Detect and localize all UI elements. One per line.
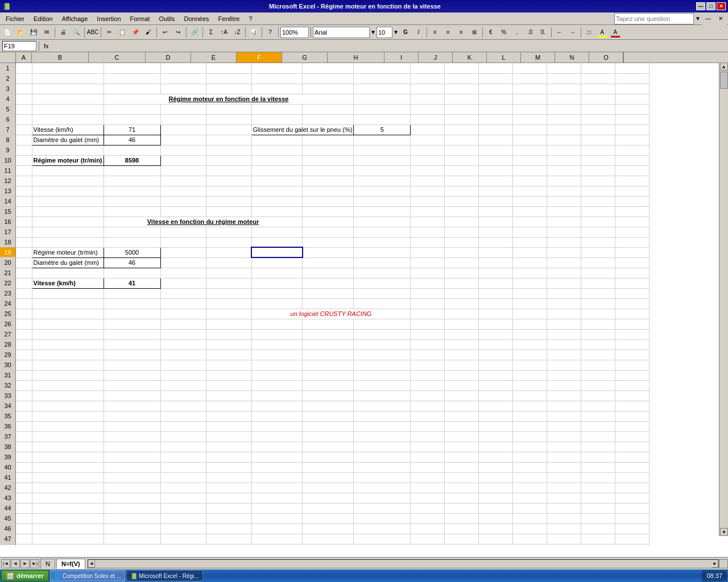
cell-K10[interactable] xyxy=(479,155,513,165)
percent-format[interactable]: % xyxy=(498,26,510,39)
cell-L36[interactable] xyxy=(513,421,547,431)
cell-O43[interactable] xyxy=(615,493,650,503)
cell-C17[interactable] xyxy=(104,227,160,237)
cell-E33[interactable] xyxy=(206,390,251,401)
cell-L44[interactable] xyxy=(513,503,547,513)
cell-G6[interactable] xyxy=(303,114,354,124)
cell-N40[interactable] xyxy=(581,462,615,472)
cell-I40[interactable] xyxy=(411,462,445,472)
cell-G17[interactable] xyxy=(303,227,354,237)
cell-B3[interactable] xyxy=(32,84,104,94)
cell-G16[interactable] xyxy=(303,217,354,227)
cell-N42[interactable] xyxy=(581,483,615,493)
cell-I15[interactable] xyxy=(411,206,445,217)
cell-A29[interactable] xyxy=(16,350,32,360)
cell-C30[interactable] xyxy=(104,360,160,370)
cell-I38[interactable] xyxy=(411,442,445,452)
help-window-minimize[interactable]: — xyxy=(702,13,714,25)
decrease-indent[interactable]: ← xyxy=(553,26,566,39)
cell-C11[interactable] xyxy=(104,165,160,176)
cell-I13[interactable] xyxy=(411,186,445,196)
cell-K16[interactable] xyxy=(479,217,513,227)
cell-C40[interactable] xyxy=(104,462,160,472)
cell-D38[interactable] xyxy=(160,442,206,452)
cell-N39[interactable] xyxy=(581,452,615,462)
cell-O22[interactable] xyxy=(615,278,650,288)
font-size-dropdown[interactable]: ▼ xyxy=(393,29,399,35)
cell-A6[interactable] xyxy=(16,114,32,124)
cell-A8[interactable] xyxy=(16,135,32,145)
cell-A3[interactable] xyxy=(16,84,32,94)
row-num-36[interactable]: 36 xyxy=(0,421,15,431)
col-header-n[interactable]: N xyxy=(555,52,589,63)
cell-E26[interactable] xyxy=(206,319,251,329)
cell-G27[interactable] xyxy=(303,329,354,339)
cell-A19[interactable] xyxy=(16,247,32,257)
cell-H34[interactable] xyxy=(354,401,411,411)
cell-G14[interactable] xyxy=(303,196,354,206)
cell-M9[interactable] xyxy=(547,145,581,155)
cell-A31[interactable] xyxy=(16,370,32,380)
cell-K3[interactable] xyxy=(479,84,513,94)
row-num-38[interactable]: 38 xyxy=(0,442,15,452)
cell-B24[interactable] xyxy=(32,298,104,309)
cell-C22[interactable]: 41 xyxy=(104,278,160,288)
cell-I41[interactable] xyxy=(411,472,445,483)
help-window-close[interactable]: ✕ xyxy=(714,13,727,25)
cell-O3[interactable] xyxy=(615,84,650,94)
cell-M35[interactable] xyxy=(547,411,581,421)
cell-N8[interactable] xyxy=(581,135,615,145)
cell-N18[interactable] xyxy=(581,237,615,247)
font-color-button[interactable]: A xyxy=(609,26,622,39)
cell-M20[interactable] xyxy=(547,257,581,268)
cell-M34[interactable] xyxy=(547,401,581,411)
cell-A42[interactable] xyxy=(16,483,32,493)
cell-O7[interactable] xyxy=(615,124,650,135)
row-num-25[interactable]: 25 xyxy=(0,309,15,319)
font-name-input[interactable] xyxy=(313,27,370,38)
cell-A27[interactable] xyxy=(16,329,32,339)
cell-I44[interactable] xyxy=(411,503,445,513)
row-num-44[interactable]: 44 xyxy=(0,503,15,513)
cell-M43[interactable] xyxy=(547,493,581,503)
cell-A22[interactable] xyxy=(16,278,32,288)
cell-F43[interactable] xyxy=(251,493,303,503)
cell-J31[interactable] xyxy=(445,370,479,380)
redo-button[interactable]: ↪ xyxy=(172,26,184,39)
cell-C15[interactable] xyxy=(104,206,160,217)
cell-G12[interactable] xyxy=(303,176,354,186)
row-num-18[interactable]: 18 xyxy=(0,237,15,247)
cell-O16[interactable] xyxy=(615,217,650,227)
cell-F32[interactable] xyxy=(251,380,303,390)
cell-B11[interactable] xyxy=(32,165,104,176)
cell-J28[interactable] xyxy=(445,339,479,350)
cell-K9[interactable] xyxy=(479,145,513,155)
cell-F26[interactable] xyxy=(251,319,303,329)
cell-G29[interactable] xyxy=(303,350,354,360)
cell-E36[interactable] xyxy=(206,421,251,431)
cell-M11[interactable] xyxy=(547,165,581,176)
col-header-i[interactable]: I xyxy=(384,52,419,63)
cell-J36[interactable] xyxy=(445,421,479,431)
cell-B19[interactable]: Régime moteur (tr/min) xyxy=(32,247,104,257)
cell-M38[interactable] xyxy=(547,442,581,452)
cell-O19[interactable] xyxy=(615,247,650,257)
cell-C9[interactable] xyxy=(104,145,160,155)
cell-L17[interactable] xyxy=(513,227,547,237)
cell-K34[interactable] xyxy=(479,401,513,411)
cell-N23[interactable] xyxy=(581,288,615,298)
cell-H22[interactable] xyxy=(354,278,411,288)
cell-D11[interactable] xyxy=(160,165,206,176)
cell-I32[interactable] xyxy=(411,380,445,390)
row-num-40[interactable]: 40 xyxy=(0,462,15,472)
cell-C7[interactable]: 71 xyxy=(104,124,160,135)
window-controls[interactable]: — □ ✕ xyxy=(696,2,726,10)
cell-L3[interactable] xyxy=(513,84,547,94)
cell-H44[interactable] xyxy=(354,503,411,513)
cell-O31[interactable] xyxy=(615,370,650,380)
cell-C6[interactable] xyxy=(104,114,160,124)
print-button[interactable]: 🖨 xyxy=(57,26,69,39)
cell-N21[interactable] xyxy=(581,268,615,278)
cell-E9[interactable] xyxy=(206,145,251,155)
cell-H21[interactable] xyxy=(354,268,411,278)
